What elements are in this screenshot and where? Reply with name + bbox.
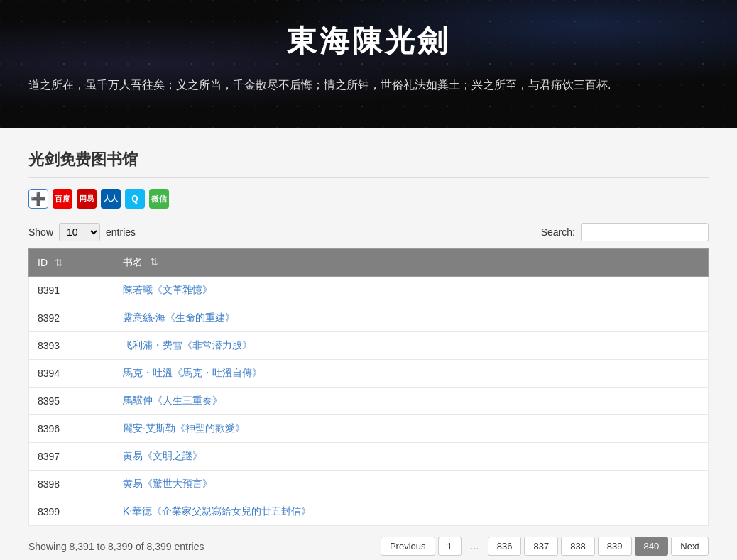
showing-text: Showing 8,391 to 8,399 of 8,399 entries bbox=[28, 541, 204, 552]
page-840-button[interactable]: 840 bbox=[635, 537, 669, 556]
title-column-header[interactable]: 书名 ⇅ bbox=[114, 249, 709, 277]
cell-id: 8397 bbox=[29, 443, 114, 471]
table-row: 8399K‧華德《企業家父親寫給女兒的廿五封信》 bbox=[29, 498, 709, 526]
table-row: 8392露意絲·海《生命的重建》 bbox=[29, 304, 709, 332]
book-link[interactable]: 飞利浦・费雪《非常潜力股》 bbox=[123, 339, 252, 351]
cell-title: 馬驥仲《人生三重奏》 bbox=[114, 388, 709, 415]
cell-title: K‧華德《企業家父親寫給女兒的廿五封信》 bbox=[114, 498, 709, 526]
cell-title: 露意絲·海《生命的重建》 bbox=[114, 304, 709, 332]
book-link[interactable]: K‧華德《企業家父親寫給女兒的廿五封信》 bbox=[123, 505, 311, 517]
search-label: Search: bbox=[541, 226, 575, 238]
baidu-icon[interactable]: 百度 bbox=[53, 189, 72, 209]
book-link[interactable]: 麗安·艾斯勒《神聖的歡愛》 bbox=[123, 422, 245, 434]
cell-title: 飞利浦・费雪《非常潜力股》 bbox=[114, 332, 709, 360]
id-column-header[interactable]: ID ⇅ bbox=[29, 249, 114, 277]
table-row: 8398黄易《驚世大預言》 bbox=[29, 471, 709, 498]
search-box: Search: bbox=[541, 223, 709, 241]
table-row: 8393飞利浦・费雪《非常潜力股》 bbox=[29, 332, 709, 360]
qq-icon[interactable]: Q bbox=[125, 189, 145, 209]
id-column-label: ID bbox=[38, 257, 48, 268]
title-sort-icon: ⇅ bbox=[150, 256, 158, 268]
cell-title: 黄易《文明之謎》 bbox=[114, 443, 709, 471]
table-row: 8394馬克・吐溫《馬克・吐溫自傳》 bbox=[29, 360, 709, 388]
table-row: 8391陳若曦《文革雜憶》 bbox=[29, 277, 709, 304]
cell-title: 馬克・吐溫《馬克・吐溫自傳》 bbox=[114, 360, 709, 388]
table-row: 8397黄易《文明之謎》 bbox=[29, 443, 709, 471]
table-controls: Show 10 25 50 100 entries Search: bbox=[28, 223, 709, 241]
cell-id: 8396 bbox=[29, 415, 114, 443]
show-entries: Show 10 25 50 100 entries bbox=[28, 223, 136, 241]
book-link[interactable]: 黄易《驚世大預言》 bbox=[123, 478, 212, 489]
table-row: 8395馬驥仲《人生三重奏》 bbox=[29, 388, 709, 415]
main-content: 光剑免费图书馆 ➕ 百度 网易 人人 Q 微信 Show 10 25 50 10… bbox=[0, 128, 737, 560]
cell-id: 8391 bbox=[29, 277, 114, 304]
page-837-button[interactable]: 837 bbox=[524, 537, 558, 556]
table-row: 8396麗安·艾斯勒《神聖的歡愛》 bbox=[29, 415, 709, 443]
entries-label: entries bbox=[106, 226, 136, 238]
page-1-button[interactable]: 1 bbox=[438, 537, 462, 556]
cell-title: 麗安·艾斯勒《神聖的歡愛》 bbox=[114, 415, 709, 443]
cell-id: 8392 bbox=[29, 304, 114, 332]
add-icon[interactable]: ➕ bbox=[28, 189, 48, 209]
wechat-icon[interactable]: 微信 bbox=[149, 189, 169, 209]
page-836-button[interactable]: 836 bbox=[488, 537, 522, 556]
book-link[interactable]: 陳若曦《文革雜憶》 bbox=[123, 284, 212, 295]
hero-subtitle: 道之所在，虽千万人吾往矣；义之所当，千金散尽不后悔；情之所钟，世俗礼法如粪土；兴… bbox=[28, 75, 709, 96]
163-icon[interactable]: 网易 bbox=[77, 189, 97, 209]
book-link[interactable]: 黄易《文明之謎》 bbox=[123, 450, 202, 461]
page-838-button[interactable]: 838 bbox=[561, 537, 595, 556]
show-label: Show bbox=[28, 226, 53, 238]
cell-id: 8395 bbox=[29, 388, 114, 415]
id-sort-icon: ⇅ bbox=[55, 257, 63, 268]
cell-id: 8393 bbox=[29, 332, 114, 360]
table-header-row: ID ⇅ 书名 ⇅ bbox=[29, 249, 709, 277]
section-title: 光剑免费图书馆 bbox=[28, 149, 709, 178]
next-button[interactable]: Next bbox=[671, 537, 709, 556]
book-link[interactable]: 露意絲·海《生命的重建》 bbox=[123, 312, 235, 323]
entries-select[interactable]: 10 25 50 100 bbox=[59, 223, 100, 241]
renren-icon[interactable]: 人人 bbox=[101, 189, 121, 209]
page-839-button[interactable]: 839 bbox=[598, 537, 632, 556]
table-body: 8391陳若曦《文革雜憶》8392露意絲·海《生命的重建》8393飞利浦・费雪《… bbox=[29, 277, 709, 526]
cell-title: 黄易《驚世大預言》 bbox=[114, 471, 709, 498]
pagination: Previous 1 … 836 837 838 839 840 Next bbox=[381, 537, 709, 556]
hero-title: 東海陳光劍 bbox=[28, 21, 709, 61]
data-table: ID ⇅ 书名 ⇅ 8391陳若曦《文革雜憶》8392露意絲·海《生命的重建》8… bbox=[28, 248, 709, 526]
social-icons-bar: ➕ 百度 网易 人人 Q 微信 bbox=[28, 189, 709, 209]
cell-title: 陳若曦《文革雜憶》 bbox=[114, 277, 709, 304]
previous-button[interactable]: Previous bbox=[381, 537, 435, 556]
table-footer: Showing 8,391 to 8,399 of 8,399 entries … bbox=[28, 537, 709, 556]
hero-banner: 東海陳光劍 道之所在，虽千万人吾往矣；义之所当，千金散尽不后悔；情之所钟，世俗礼… bbox=[0, 0, 737, 128]
book-link[interactable]: 馬驥仲《人生三重奏》 bbox=[123, 395, 222, 406]
cell-id: 8394 bbox=[29, 360, 114, 388]
cell-id: 8398 bbox=[29, 471, 114, 498]
cell-id: 8399 bbox=[29, 498, 114, 526]
ellipsis-1: … bbox=[464, 537, 485, 555]
book-link[interactable]: 馬克・吐溫《馬克・吐溫自傳》 bbox=[123, 367, 262, 378]
title-column-label: 书名 bbox=[123, 256, 143, 268]
search-input[interactable] bbox=[581, 223, 709, 241]
